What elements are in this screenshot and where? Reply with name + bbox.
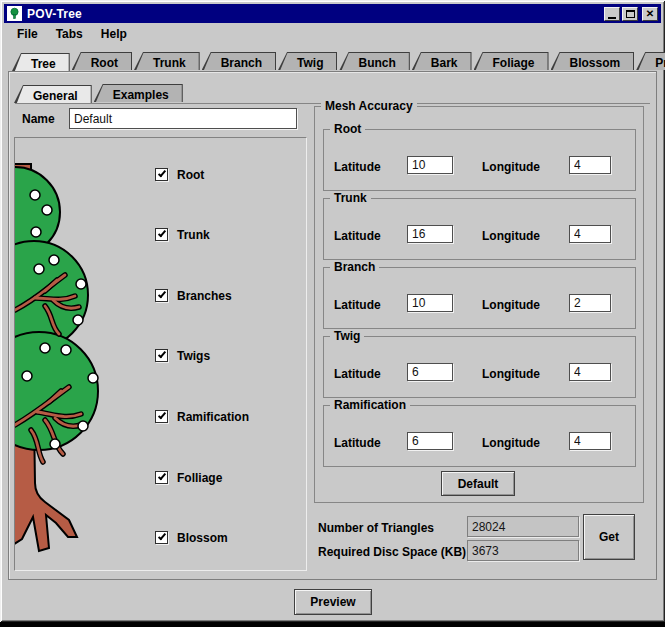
disc-space-value-field: 3673 [467, 540, 579, 561]
window-controls: ✕ [604, 7, 658, 21]
maximize-button[interactable] [622, 7, 638, 21]
mesh-group-title: Root [330, 122, 365, 136]
checkbox-row-trunk: Trunk [155, 227, 210, 242]
tab-tree[interactable]: Tree [12, 54, 70, 72]
mesh-group-twig: Twig Latitude Longitude [323, 336, 636, 398]
tree-icon [7, 6, 22, 21]
ramification-latitude-input[interactable] [407, 432, 453, 450]
tab-foliage[interactable]: Foliage [474, 53, 549, 71]
twig-latitude-input[interactable] [407, 363, 453, 381]
twigs-checkbox[interactable] [155, 349, 168, 362]
check-icon [157, 532, 165, 541]
trunk-checkbox-label: Trunk [177, 228, 210, 242]
checkbox-row-ramification: Ramification [155, 409, 249, 424]
check-icon [157, 229, 165, 238]
latitude-label: Latitude [334, 160, 381, 174]
tab-trunk[interactable]: Trunk [134, 53, 200, 71]
name-label: Name [22, 112, 55, 126]
maximize-icon [626, 10, 635, 18]
checkbox-row-root: Root [155, 167, 204, 182]
check-icon [157, 350, 165, 359]
mesh-accuracy-title: Mesh Accuracy [321, 99, 417, 113]
longitude-label: Longitude [482, 298, 540, 312]
tree-components-panel: Root Trunk Branches Twigs Ramification F… [14, 137, 307, 571]
check-icon [157, 411, 165, 420]
tree-illustration [15, 138, 135, 570]
triangles-value-field: 28024 [467, 516, 579, 537]
root-latitude-input[interactable] [407, 156, 453, 174]
menu-file[interactable]: File [8, 25, 47, 44]
menu-help[interactable]: Help [92, 25, 136, 44]
longitude-label: Longitude [482, 367, 540, 381]
longitude-label: Longitude [482, 229, 540, 243]
trunk-checkbox[interactable] [155, 228, 168, 241]
preview-button[interactable]: Preview [294, 589, 372, 615]
ramification-checkbox-label: Ramification [177, 410, 249, 424]
tab-bunch[interactable]: Bunch [339, 53, 409, 71]
tab-twig[interactable]: Twig [278, 53, 337, 71]
tab-root[interactable]: Root [72, 53, 132, 71]
minimize-icon [608, 17, 616, 19]
ramification-checkbox[interactable] [155, 410, 168, 423]
root-checkbox-label: Root [177, 168, 204, 182]
blossom-checkbox[interactable] [155, 531, 168, 544]
checkbox-row-twigs: Twigs [155, 348, 210, 363]
trunk-latitude-input[interactable] [407, 225, 453, 243]
checkbox-row-branches: Branches [155, 288, 232, 303]
blossom-checkbox-label: Blossom [177, 531, 228, 545]
pov-tree-window: POV-Tree ✕ File Tabs Help Tree Root Trun… [0, 0, 665, 627]
tab-bark[interactable]: Bark [412, 53, 472, 71]
mesh-group-title: Trunk [330, 191, 371, 205]
latitude-label: Latitude [334, 298, 381, 312]
mesh-accuracy-group: Mesh Accuracy Root Latitude Longitude Tr… [314, 106, 644, 503]
tab-branch[interactable]: Branch [202, 53, 276, 71]
ramification-longitude-input[interactable] [569, 432, 611, 450]
mesh-group-title: Ramification [330, 398, 410, 412]
mesh-group-trunk: Trunk Latitude Longitude [323, 198, 636, 260]
root-checkbox[interactable] [155, 168, 168, 181]
tab-general[interactable]: General [14, 86, 92, 104]
sub-tab-bar: General Examples [14, 82, 185, 104]
longitude-label: Longitude [482, 160, 540, 174]
disc-space-label: Required Disc Space (KB) [318, 545, 466, 559]
menu-bar: File Tabs Help [4, 25, 136, 44]
latitude-label: Latitude [334, 436, 381, 450]
close-button[interactable]: ✕ [642, 7, 658, 21]
window-title: POV-Tree [27, 7, 599, 21]
folliage-checkbox-label: Folliage [177, 471, 222, 485]
mesh-group-title: Twig [330, 329, 364, 343]
default-button[interactable]: Default [441, 471, 515, 496]
menu-tabs[interactable]: Tabs [47, 25, 92, 44]
tab-blossom[interactable]: Blossom [551, 53, 635, 71]
triangles-label: Number of Triangles [318, 521, 434, 535]
get-button[interactable]: Get [583, 514, 635, 560]
latitude-label: Latitude [334, 229, 381, 243]
twigs-checkbox-label: Twigs [177, 349, 210, 363]
twig-longitude-input[interactable] [569, 363, 611, 381]
trunk-longitude-input[interactable] [569, 225, 611, 243]
mesh-group-branch: Branch Latitude Longitude [323, 267, 636, 329]
minimize-button[interactable] [604, 7, 620, 21]
checkbox-row-folliage: Folliage [155, 470, 222, 485]
tab-preview[interactable]: Preview [636, 53, 665, 71]
branch-longitude-input[interactable] [569, 294, 611, 312]
name-input[interactable] [69, 108, 297, 129]
mesh-group-ramification: Ramification Latitude Longitude [323, 405, 636, 467]
latitude-label: Latitude [334, 367, 381, 381]
root-longitude-input[interactable] [569, 156, 611, 174]
branch-latitude-input[interactable] [407, 294, 453, 312]
main-tab-bar: Tree Root Trunk Branch Twig Bunch Bark F… [12, 49, 665, 72]
folliage-checkbox[interactable] [155, 471, 168, 484]
title-bar[interactable]: POV-Tree ✕ [4, 4, 661, 23]
longitude-label: Longitude [482, 436, 540, 450]
check-icon [157, 290, 165, 299]
mesh-group-root: Root Latitude Longitude [323, 129, 636, 191]
check-icon [157, 472, 165, 481]
tab-examples[interactable]: Examples [94, 85, 183, 103]
mesh-group-title: Branch [330, 260, 379, 274]
close-icon: ✕ [646, 8, 654, 20]
branches-checkbox[interactable] [155, 289, 168, 302]
window-frame: POV-Tree ✕ File Tabs Help Tree Root Trun… [0, 0, 665, 622]
checkbox-row-blossom: Blossom [155, 530, 228, 545]
branches-checkbox-label: Branches [177, 289, 232, 303]
